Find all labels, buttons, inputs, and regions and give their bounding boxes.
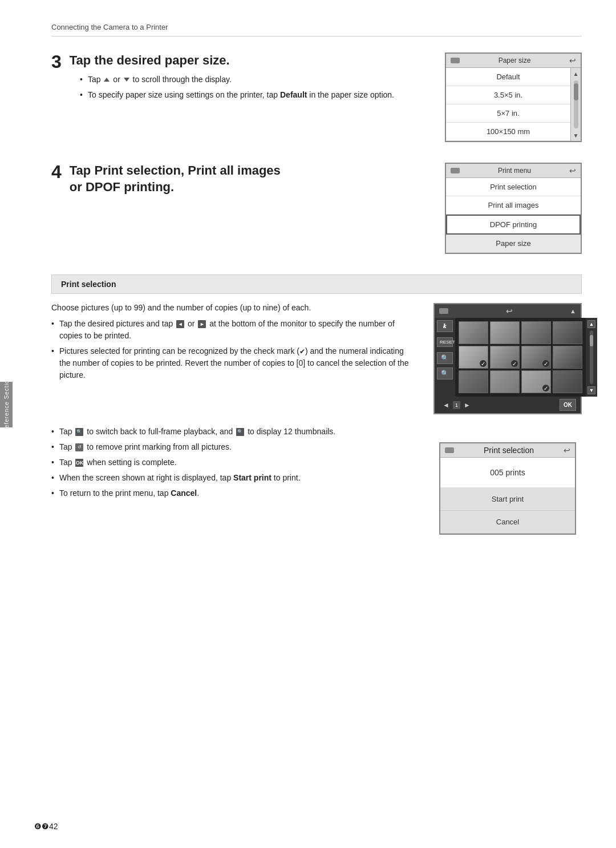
step3-bullet-list: Tap or to scroll through the display. To… [51,74,422,101]
step4-number: 4 [51,163,62,181]
thumb-7[interactable] [521,346,551,369]
screen-row-100x150[interactable]: 100×150 mm [446,123,570,141]
thumb-5[interactable] [459,346,488,369]
cb-3: Tap OK when setting is complete. [51,457,582,469]
scroll-bar: ▲ ▼ [570,68,581,141]
scroll-thumb [574,83,578,100]
back-btn[interactable]: ↩ [569,56,576,65]
thumb-3[interactable] [521,321,551,344]
thumb-4[interactable] [553,321,582,344]
scroll-down-btn[interactable]: ▼ [572,130,581,141]
print-menu-body: Print selection Print all images DPOF pr… [446,178,581,253]
ps-bullet-2: Pictures selected for printing can be re… [51,345,411,381]
step3-number: 3 [51,53,62,71]
thumb-scroll-down2[interactable]: ▼ [587,386,595,394]
step3-text: 3 Tap the desired paper size. Tap or to … [51,53,422,104]
step4-header: 4 Tap Print selection, Print all imageso… [51,163,422,195]
thumb-cam-icon [439,308,448,314]
continuing-bullet-list: Tap 🔍 to switch back to full-frame playb… [51,426,582,499]
screen-row-paper-size[interactable]: Paper size [446,235,581,253]
step4-text: 4 Tap Print selection, Print all imageso… [51,163,422,195]
thumbnail-screen: ↩ ▲ 𝒌 RESET 🔍 🔍 [433,303,582,414]
thumb-left-panel: 𝒌 RESET 🔍 🔍 [435,318,455,397]
thumb-icon-k[interactable]: 𝒌 [437,320,453,332]
thumb-screen-footer: ◄ 1 ► OK [435,397,581,413]
thumb-scroll-up2[interactable]: ▲ [587,320,595,328]
page-number-footer: ❻❼42 [34,822,58,831]
prev-page-btn[interactable]: ◄ [439,400,453,410]
thumb-12[interactable] [553,370,582,393]
print-selection-para: Choose pictures (up to 99) and the numbe… [51,303,411,312]
page-number: 1 [453,401,460,409]
sidebar-tab-text: Reference Section [3,376,10,433]
screen-row-print-selection[interactable]: Print selection [446,178,581,196]
paper-size-title: Paper size [460,56,569,64]
scroll-up-btn[interactable]: ▲ [572,68,581,79]
step3-bullet-2: To specify paper size using settings on … [80,89,422,101]
thumb-grid [455,318,586,397]
paper-size-screen: Paper size ↩ Default 3.5×5 in. 5×7 in. 1… [445,53,582,142]
step4-title: Tap Print selection, Print all imagesor … [70,163,281,194]
print-menu-screen: Print menu ↩ Print selection Print all i… [445,163,582,254]
thumb-6[interactable] [490,346,520,369]
cb-5: To return to the print menu, tap Cancel. [51,487,582,499]
thumb-2[interactable] [490,321,520,344]
cb-4: When the screen shown at right is displa… [51,472,582,484]
ps-bullet-1: Tap the desired pictures and tap ◄ or ► … [51,318,411,342]
cancel-btn[interactable]: Cancel [440,511,575,534]
sidebar-tab: Reference Section [0,382,13,427]
screen-row-default[interactable]: Default [446,68,570,86]
page-footer: ❻❼42 [34,822,58,831]
zoom-in-btn[interactable]: 🔍 [437,352,453,364]
cb-1: Tap 🔍 to switch back to full-frame playb… [51,426,582,438]
step4-section: 4 Tap Print selection, Print all imageso… [51,163,582,254]
screen-row-dpof[interactable]: DPOF printing [446,215,581,235]
continuing-bullets: Tap 🔍 to switch back to full-frame playb… [51,426,582,499]
print-menu-title: Print menu [460,167,569,175]
thumb-back-btn[interactable]: ↩ [506,306,513,316]
ok-btn[interactable]: OK [560,399,576,411]
screen-row-5x7[interactable]: 5×7 in. [446,104,570,123]
step3-header: 3 Tap the desired paper size. [51,53,422,69]
thumb-screen-header: ↩ ▲ [435,304,581,318]
thumb-main-area: 𝒌 RESET 🔍 🔍 [435,318,581,397]
print-menu-header: Print menu ↩ [446,164,581,178]
paper-size-body: Default 3.5×5 in. 5×7 in. 100×150 mm ▲ ▼ [446,68,581,141]
thumb-8[interactable] [553,346,582,369]
step3-title: Tap the desired paper size. [70,53,230,67]
print-menu-back-btn[interactable]: ↩ [569,166,576,175]
scroll-track [574,80,578,128]
print-selection-heading-box: Print selection [51,274,582,294]
zoom-out-btn[interactable]: 🔍 [437,368,453,379]
header-title: Connecting the Camera to a Printer [51,23,168,31]
reset-btn[interactable]: RESET [437,337,453,347]
cam-icon2 [451,168,460,173]
thumb-1[interactable] [459,321,488,344]
print-selection-text-area: Choose pictures (up to 99) and the numbe… [51,303,411,385]
thumb-scroll-up[interactable]: ▲ [570,308,576,314]
screen-row-3x5[interactable]: 3.5×5 in. [446,86,570,104]
print-selection-content: Choose pictures (up to 99) and the numbe… [51,303,582,414]
thumb-scroll-track [590,330,593,384]
thumb-right-panel: ▲ ▼ [586,318,597,397]
thumb-10[interactable] [490,370,520,393]
cb-2: Tap ↺ to remove print marking from all p… [51,441,582,453]
thumb-9[interactable] [459,370,488,393]
paper-size-screen-header: Paper size ↩ [446,54,581,68]
page-header: Connecting the Camera to a Printer [51,23,582,37]
step3-bullet-1: Tap or to scroll through the display. [80,74,422,86]
print-selection-bullets: Tap the desired pictures and tap ◄ or ► … [51,318,411,381]
step3-section: 3 Tap the desired paper size. Tap or to … [51,53,582,142]
print-selection-heading: Print selection [61,280,116,289]
cam-icon [451,58,460,63]
print-selection-section: Print selection Choose pictures (up to 9… [51,274,582,535]
screen-row-print-all[interactable]: Print all images [446,196,581,215]
next-page-btn[interactable]: ► [460,400,474,410]
thumb-11[interactable] [521,370,551,393]
